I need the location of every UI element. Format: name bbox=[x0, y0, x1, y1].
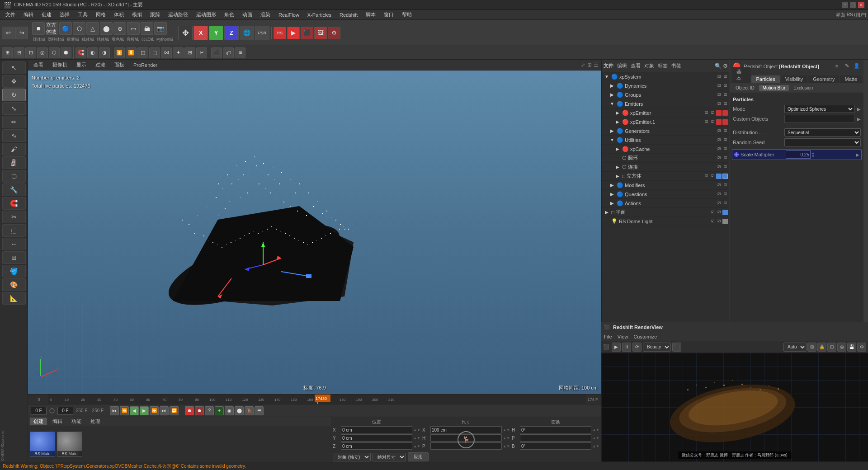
rv-auto-dropdown[interactable]: Auto bbox=[783, 343, 807, 352]
tab-function[interactable]: 功能 bbox=[68, 418, 85, 425]
mode-btn[interactable]: ✥ bbox=[178, 26, 193, 40]
rv-circle-btn[interactable]: ◎ bbox=[837, 343, 846, 352]
scale-tool[interactable]: ⤡ bbox=[2, 102, 26, 115]
pos-z-input[interactable] bbox=[341, 442, 412, 450]
menu-redshift[interactable]: Redshift bbox=[336, 11, 361, 19]
material-thumb-2[interactable]: RS Mate bbox=[57, 432, 82, 457]
vp-options[interactable]: ☰ bbox=[594, 62, 599, 68]
questions-vis-2[interactable]: ☑ bbox=[722, 192, 728, 197]
connect-btn[interactable]: ⋈ bbox=[161, 47, 172, 58]
connect-vis-1[interactable]: ☑ bbox=[716, 164, 722, 170]
torus-vis-2[interactable]: ☑ bbox=[722, 155, 728, 161]
falloff-btn[interactable]: ◐ bbox=[87, 47, 98, 58]
random-seed-dropdown[interactable] bbox=[784, 138, 861, 146]
sculpt-tool[interactable]: 🗿 bbox=[2, 156, 26, 169]
record-btn[interactable]: ⏺ bbox=[185, 406, 194, 415]
material-thumb-1[interactable]: RS Mate bbox=[30, 432, 55, 457]
rs-render-btn[interactable]: RS bbox=[274, 27, 286, 39]
scene-view-menu[interactable]: 查看 bbox=[631, 62, 641, 69]
uv-tool[interactable]: 📐 bbox=[2, 292, 26, 305]
camera-btn[interactable]: 📷 bbox=[154, 22, 167, 35]
rv-refresh-btn[interactable]: ⟳ bbox=[632, 343, 642, 352]
scene-edit-menu[interactable]: 编辑 bbox=[617, 62, 627, 69]
xpcache-vis-2[interactable]: ☑ bbox=[722, 146, 728, 152]
rv-stop-btn[interactable]: ⏸ bbox=[622, 343, 631, 352]
emitters-vis-1[interactable]: ☑ bbox=[716, 101, 722, 107]
next-frame-btn[interactable]: ⏩ bbox=[150, 406, 159, 415]
dissolve-btn[interactable]: ✦ bbox=[173, 47, 184, 58]
edge-snap-btn[interactable]: ◎ bbox=[37, 47, 48, 58]
custom-objects-expand-icon[interactable]: ▶ bbox=[857, 117, 861, 122]
menu-window[interactable]: 窗口 bbox=[380, 10, 397, 19]
rv-grid-btn[interactable]: ⊡ bbox=[827, 343, 836, 352]
object-mode-dropdown[interactable]: 对象 (独立) bbox=[333, 453, 371, 461]
maximize-button[interactable]: □ bbox=[850, 2, 856, 8]
spline-tool[interactable]: ∿ bbox=[2, 129, 26, 142]
scene-item-cube[interactable]: ▶ □ 立方体 ☑ ☑ bbox=[602, 172, 730, 181]
scene-item-connect[interactable]: ▶ ⬡ 连接 ☑ ☑ bbox=[602, 163, 730, 172]
rot-p-arrow[interactable]: ▲▼ bbox=[592, 436, 599, 440]
rv-view-menu[interactable]: View bbox=[618, 334, 628, 339]
key-btn[interactable]: ? bbox=[205, 406, 214, 415]
bridge-btn[interactable]: ⬚ bbox=[149, 47, 160, 58]
menu-tools[interactable]: 工具 bbox=[74, 10, 91, 19]
menu-character[interactable]: 角色 bbox=[221, 10, 238, 19]
actions-vis-1[interactable]: ☑ bbox=[716, 201, 722, 206]
scene-search-icon[interactable]: 🔍 bbox=[715, 63, 722, 69]
timeline-track[interactable]: 0 10 20 30 40 50 60 70 80 90 100 110 120… bbox=[48, 395, 586, 404]
torus-vis-1[interactable]: ☑ bbox=[716, 155, 722, 161]
snap-btn[interactable]: 🔲 bbox=[32, 22, 45, 35]
texture-tool[interactable]: 🎨 bbox=[2, 278, 26, 291]
menu-track[interactable]: 跟踪 bbox=[146, 10, 164, 19]
key-sel-btn[interactable]: ◉ bbox=[225, 406, 234, 415]
3d-viewport[interactable]: Number of emitters: 2 Total live particl… bbox=[28, 70, 601, 394]
play-back-btn[interactable]: ◀ bbox=[130, 406, 139, 415]
scene-item-utilities[interactable]: ▼ 🔵 Utilities ☑ ☑ bbox=[602, 136, 730, 145]
tab-matte[interactable]: Matte bbox=[840, 75, 862, 83]
mode-expand-icon[interactable]: ▶ bbox=[857, 107, 861, 112]
scale-down-arrow[interactable]: ▼ bbox=[811, 155, 815, 158]
loop-cut-tool[interactable]: ⬚ bbox=[2, 224, 26, 237]
scale-radio-btn[interactable] bbox=[734, 152, 739, 157]
size-z-arrow[interactable]: ▲▼ bbox=[503, 444, 510, 448]
rot-b-arrow[interactable]: ▲▼ bbox=[592, 444, 599, 448]
keyframe-btn[interactable]: + bbox=[215, 406, 224, 415]
cone-btn[interactable]: △ bbox=[86, 22, 99, 35]
play-forward-btn[interactable]: ▶ bbox=[140, 406, 149, 415]
prev-frame-btn[interactable]: ⏪ bbox=[120, 406, 129, 415]
scale-expand-icon[interactable]: ▶ bbox=[856, 152, 859, 157]
grid-snap-btn[interactable]: ⊟ bbox=[14, 47, 24, 58]
scene-item-torus[interactable]: ⬡ 圆环 ☑ ☑ bbox=[602, 154, 730, 163]
scene-item-rs-dome-light[interactable]: 💡 RS Dome Light ☑ ☑ bbox=[602, 217, 730, 226]
plane-vis-1[interactable]: ☑ bbox=[710, 210, 715, 215]
world-btn[interactable]: 🌐 bbox=[240, 26, 254, 40]
rv-compare-btn[interactable]: ⊞ bbox=[807, 343, 816, 352]
props-user-btn[interactable]: 👤 bbox=[853, 62, 861, 70]
render-all-btn[interactable]: ⬛ bbox=[301, 27, 313, 39]
modifiers-vis-1[interactable]: ☑ bbox=[716, 183, 722, 188]
pos-x-input[interactable] bbox=[341, 426, 412, 433]
vp-filter-menu[interactable]: 过滤 bbox=[93, 61, 108, 69]
render-region-btn[interactable]: 🖼 bbox=[314, 27, 327, 39]
scene-object-menu[interactable]: 对象 bbox=[644, 62, 654, 69]
utilities-vis-2[interactable]: ☑ bbox=[722, 137, 728, 143]
questions-vis-1[interactable]: ☑ bbox=[716, 192, 722, 197]
render-settings-btn[interactable]: ⚙ bbox=[328, 27, 340, 39]
current-frame-input[interactable] bbox=[57, 407, 73, 415]
menu-script[interactable]: 脚本 bbox=[362, 10, 379, 19]
scene-item-actions[interactable]: ▶ 🔵 Actions ☑ ☑ bbox=[602, 199, 730, 208]
rv-play-btn[interactable]: ▶ bbox=[612, 343, 621, 352]
vp-camera-menu[interactable]: 摄像机 bbox=[50, 61, 70, 69]
torus-btn[interactable]: ⬤ bbox=[100, 22, 113, 35]
vp-prorender-menu[interactable]: ProRender bbox=[131, 62, 160, 68]
dynamics-vis-1[interactable]: ☑ bbox=[716, 83, 722, 89]
rv-save-btn[interactable]: 💾 bbox=[847, 343, 856, 352]
inset-btn[interactable]: ⏬ bbox=[126, 47, 137, 58]
menu-mesh[interactable]: 网格 bbox=[92, 10, 109, 19]
bridge-tool[interactable]: ↔ bbox=[2, 238, 26, 250]
plane-vis-2[interactable]: ☑ bbox=[716, 210, 722, 215]
groups-vis-1[interactable]: ☑ bbox=[716, 92, 722, 98]
scene-item-modifiers[interactable]: ▶ 🔵 Modifiers ☑ ☑ bbox=[602, 181, 730, 190]
tab-visibility[interactable]: Visibility bbox=[781, 75, 808, 83]
scale-multiplier-input[interactable] bbox=[786, 150, 811, 159]
